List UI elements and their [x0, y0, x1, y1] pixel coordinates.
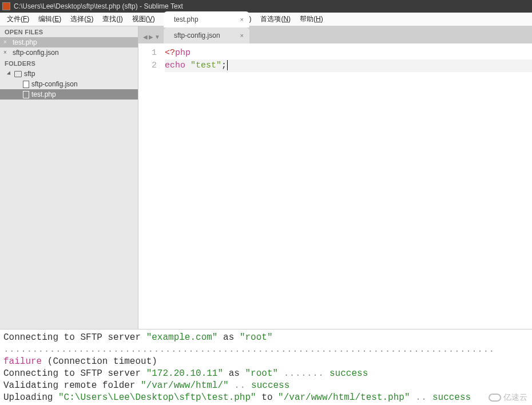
- gutter: 12: [138, 43, 162, 329]
- file-item[interactable]: sftp-config.json: [0, 79, 138, 89]
- tab-prev-icon[interactable]: ◀: [143, 34, 148, 40]
- code-line[interactable]: echo "test";: [165, 59, 532, 72]
- menu-s[interactable]: 选择(S): [66, 13, 98, 26]
- open-file-item[interactable]: ×test.php: [0, 37, 138, 47]
- main-area: OPEN FILES ×test.php×sftp-config.json FO…: [0, 26, 532, 329]
- chevron-down-icon: [7, 71, 12, 76]
- tab[interactable]: sftp-config.json×: [164, 27, 249, 43]
- code-line[interactable]: <?php: [165, 47, 532, 59]
- editor-column: ◀ ▶ ▼ test.php×sftp-config.json× 12 <?ph…: [138, 26, 532, 329]
- close-icon[interactable]: ×: [3, 49, 7, 55]
- open-file-label: test.php: [13, 38, 37, 46]
- console-line: Connecting to SFTP server "172.20.10.11"…: [3, 368, 529, 380]
- code-area[interactable]: <?phpecho "test";: [162, 43, 532, 329]
- text-cursor: [227, 60, 228, 70]
- menu-i[interactable]: 查找(I): [98, 13, 127, 26]
- console-line: Connecting to SFTP server "example.com" …: [3, 332, 529, 368]
- menu-e[interactable]: 编辑(E): [34, 13, 66, 26]
- tab-label: test.php: [174, 15, 198, 23]
- menubar: 文件(F)编辑(E)选择(S)查找(I)视图(V)跳转(G)工具(T)项目(P)…: [0, 13, 532, 26]
- file-icon: [23, 81, 29, 88]
- open-files-header: OPEN FILES: [0, 26, 138, 37]
- tab-bar: ◀ ▶ ▼ test.php×sftp-config.json×: [138, 26, 532, 43]
- menu-n[interactable]: 首选项(N): [256, 13, 295, 26]
- folder-root[interactable]: sftp: [0, 69, 138, 79]
- close-icon[interactable]: ×: [3, 39, 7, 45]
- close-icon[interactable]: ×: [240, 32, 243, 39]
- tab-label: sftp-config.json: [174, 31, 220, 39]
- menu-v[interactable]: 视图(V): [128, 13, 160, 26]
- folder-icon: [14, 71, 22, 77]
- sidebar: OPEN FILES ×test.php×sftp-config.json FO…: [0, 26, 138, 329]
- tab-nav: ◀ ▶ ▼: [143, 34, 164, 43]
- folders-header: FOLDERS: [0, 58, 138, 69]
- titlebar: C:\Users\Lee\Desktop\sftp\test.php (sftp…: [0, 0, 532, 13]
- console-panel[interactable]: Connecting to SFTP server "example.com" …: [0, 329, 532, 405]
- line-number: 1: [138, 47, 157, 59]
- app-icon: [2, 2, 10, 10]
- tab-menu-icon[interactable]: ▼: [154, 34, 160, 40]
- file-item[interactable]: test.php: [0, 89, 138, 100]
- console-line: Validating remote folder "/var/www/html/…: [3, 380, 529, 392]
- window-title: C:\Users\Lee\Desktop\sftp\test.php (sftp…: [14, 2, 183, 10]
- file-label: test.php: [31, 90, 56, 98]
- tab[interactable]: test.php×: [164, 11, 249, 27]
- menu-f[interactable]: 文件(F): [2, 13, 34, 26]
- editor-body[interactable]: 12 <?phpecho "test";: [138, 43, 532, 329]
- file-label: sftp-config.json: [31, 80, 78, 88]
- open-file-label: sftp-config.json: [13, 49, 59, 57]
- file-icon: [23, 91, 29, 98]
- close-icon[interactable]: ×: [240, 16, 243, 23]
- folder-label: sftp: [24, 70, 35, 78]
- line-number: 2: [138, 59, 157, 72]
- console-line: Uploading "C:\Users\Lee\Desktop\sftp\tes…: [3, 392, 529, 404]
- open-file-item[interactable]: ×sftp-config.json: [0, 47, 138, 58]
- tab-next-icon[interactable]: ▶: [149, 34, 153, 40]
- menu-h[interactable]: 帮助(H): [295, 13, 328, 26]
